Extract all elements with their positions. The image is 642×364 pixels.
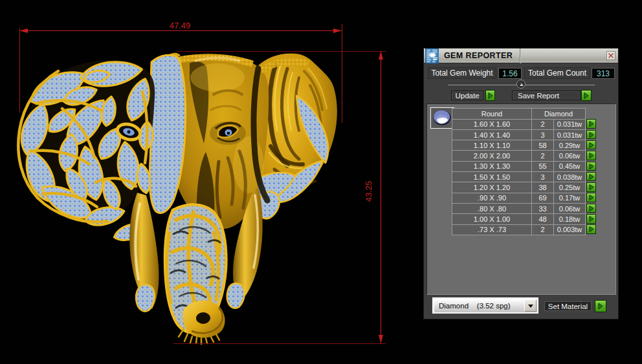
svg-text:47.49: 47.49 xyxy=(170,21,191,30)
svg-text:43.25: 43.25 xyxy=(364,181,373,202)
